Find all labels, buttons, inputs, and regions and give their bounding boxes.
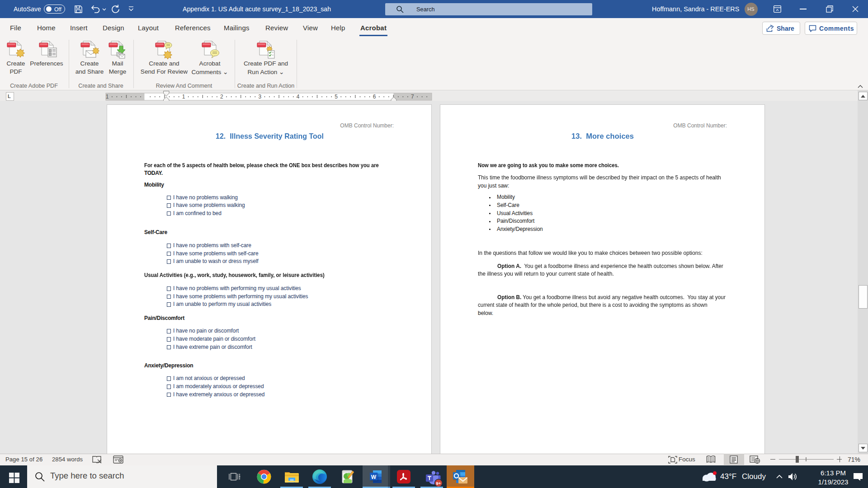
svg-text:9+: 9+ <box>436 481 441 486</box>
svg-text:2: 2 <box>220 94 223 100</box>
svg-text:4: 4 <box>297 94 300 100</box>
svg-text:6: 6 <box>373 94 376 100</box>
svg-text:7: 7 <box>411 94 414 100</box>
svg-text:3: 3 <box>258 94 261 100</box>
svg-text:5: 5 <box>335 94 338 100</box>
svg-text:W: W <box>371 474 377 480</box>
svg-text:1: 1 <box>106 94 109 100</box>
svg-text:1: 1 <box>182 94 185 100</box>
